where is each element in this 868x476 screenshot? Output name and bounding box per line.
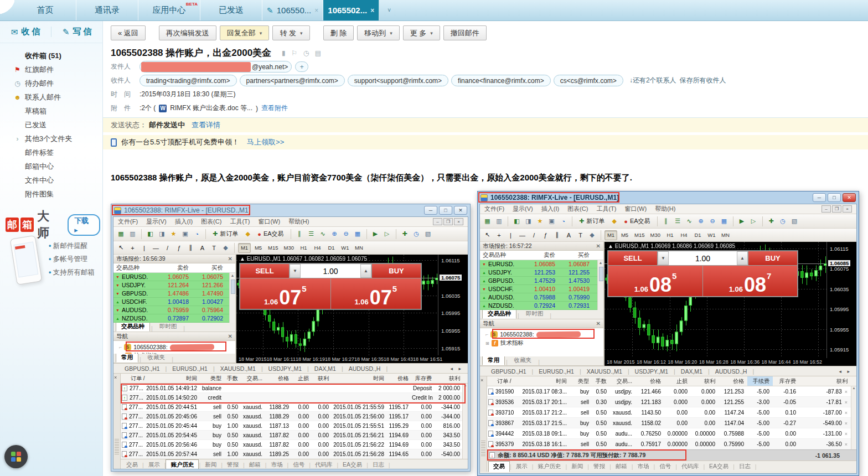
- view-detail-link[interactable]: 查看详情: [192, 120, 220, 130]
- order-row[interactable]: ↑277...2015.01.05 14:49:12balanceDeposit…: [121, 384, 468, 393]
- volume-stepper[interactable]: ▼1.00▲: [658, 251, 748, 265]
- styler-icon[interactable]: ◆: [242, 229, 253, 239]
- fibonacci-icon[interactable]: ƒ: [540, 230, 551, 240]
- close-position-icon[interactable]: ×: [845, 400, 848, 405]
- menu-item[interactable]: 文件(F): [118, 218, 138, 226]
- chart-tab[interactable]: DAX,M1: [309, 365, 342, 372]
- terminal-tab-邮箱[interactable]: 邮箱: [245, 460, 265, 470]
- terminal-tab-交易[interactable]: 交易: [122, 460, 142, 470]
- window-titlebar[interactable]: 1065502388: RIMFX-Live - [EURUSD.,M1]─□✕: [478, 192, 859, 204]
- order-row[interactable]: 3938672015.03.17 21:5...buy0.50xauusd.11…: [487, 418, 856, 428]
- order-row[interactable]: 3953792015.03.18 16:1...sell0.50audu...0…: [487, 439, 856, 449]
- sidebar-item-mail-center[interactable]: 邮箱中心: [0, 159, 102, 173]
- chart-shift-icon[interactable]: ▷: [382, 229, 392, 239]
- chart-tab[interactable]: USDJPY.,M1: [629, 368, 674, 375]
- floating-widget-button[interactable]: [4, 445, 28, 468]
- more-button[interactable]: 更 多▾: [403, 25, 440, 40]
- tab-current-mail[interactable]: 1065502...×: [323, 0, 379, 20]
- stepper-up-icon[interactable]: ▲: [737, 251, 748, 265]
- recipient-pill[interactable]: support<support@rimfx.com>: [348, 75, 448, 86]
- indicators-node[interactable]: ⊞f技术指标: [480, 339, 603, 348]
- sidebar-item-attachment-gallery[interactable]: 附件图集: [0, 187, 102, 201]
- sidebar-item-drafts[interactable]: 草稿箱: [0, 104, 102, 118]
- terminal-scrollbar[interactable]: ▲: [851, 386, 856, 449]
- menu-item[interactable]: 帮助(H): [288, 218, 309, 226]
- account-node[interactable]: ⌐$1065502388:: [113, 343, 235, 351]
- tab-symbols[interactable]: 交易品种: [482, 309, 516, 319]
- vertical-line-icon[interactable]: |: [505, 230, 516, 240]
- text-icon[interactable]: A: [564, 230, 574, 240]
- close-position-icon[interactable]: ×: [845, 421, 848, 426]
- compose-mail-button[interactable]: ✎写 信: [51, 27, 102, 37]
- minimize-button[interactable]: ─: [813, 193, 826, 202]
- timeframe-h4-button[interactable]: H4: [678, 230, 690, 240]
- terminal-tab-市场[interactable]: 市场: [266, 460, 287, 470]
- column-header[interactable]: 手数: [592, 377, 610, 385]
- column-header[interactable]: 时间: [517, 377, 570, 385]
- terminal-tab-代码库[interactable]: 代码库: [311, 460, 337, 470]
- data-window-icon[interactable]: ◨: [523, 216, 534, 226]
- trendline-icon[interactable]: /: [529, 230, 539, 240]
- chart-tab[interactable]: XAUUSD.,M1: [581, 368, 628, 375]
- terminal-icon[interactable]: ▣: [180, 229, 190, 239]
- move-to-button[interactable]: 移动到▾: [357, 25, 400, 40]
- sidebar-item-sent[interactable]: 已发送: [0, 118, 102, 132]
- indicators-node[interactable]: ⊞f技术指标: [113, 351, 235, 354]
- timeframe-m30-button[interactable]: M30: [648, 230, 662, 240]
- indicators-icon[interactable]: ✚: [766, 216, 777, 226]
- volume-stepper[interactable]: ▼1.00▲: [290, 264, 371, 278]
- close-icon[interactable]: ✕: [228, 256, 232, 262]
- templates-icon[interactable]: ▧: [423, 229, 433, 239]
- stepper-down-icon[interactable]: ▼: [658, 251, 669, 265]
- view-attachments-link[interactable]: 查看附件: [261, 104, 288, 113]
- market-watch-icon[interactable]: ◧: [512, 216, 522, 226]
- styler-icon[interactable]: ◆: [609, 216, 619, 226]
- timeframe-w1-button[interactable]: W1: [339, 243, 352, 253]
- column-header[interactable]: 库存费: [412, 375, 435, 382]
- menu-item[interactable]: 插入(I): [541, 205, 559, 213]
- tab-tick-chart[interactable]: 即时图: [520, 309, 549, 319]
- column-header[interactable]: 止损: [664, 377, 691, 385]
- nav-home[interactable]: 首页: [14, 0, 76, 20]
- stepper-down-icon[interactable]: ▼: [290, 264, 301, 278]
- menu-item[interactable]: 工具(T): [596, 205, 616, 213]
- terminal-tab-展示[interactable]: 展示: [512, 462, 532, 472]
- timeframe-m30-button[interactable]: M30: [281, 243, 296, 253]
- price-chart[interactable]: ▲ EURUSD.,M1 1.06067 1.06082 1.06059 1.0…: [236, 255, 468, 363]
- close-button[interactable]: ✕: [454, 206, 467, 215]
- terminal-tab-代码库[interactable]: 代码库: [677, 462, 704, 472]
- recipient-pill[interactable]: finance<finance@rimfx.com>: [451, 75, 551, 86]
- recipient-pill[interactable]: cs<cs@rimfx.com>: [554, 75, 623, 86]
- sidebar-item-other-folders[interactable]: ›其他3个文件夹: [0, 132, 102, 146]
- cursor-icon[interactable]: ↖: [116, 242, 126, 253]
- order-row[interactable]: 277...2015.01.05 20:57:44sell1.00xauusd.…: [121, 449, 468, 459]
- timeframe-h4-button[interactable]: H4: [311, 243, 324, 253]
- nav-app-center[interactable]: 应用中心BETA: [138, 0, 200, 20]
- terminal-tab-新闻[interactable]: 新闻: [200, 460, 221, 470]
- terminal-tab-EA交易[interactable]: EA交易: [705, 462, 733, 472]
- crosshair-icon[interactable]: +: [127, 242, 138, 253]
- column-header[interactable]: 库存费: [773, 377, 799, 385]
- label-icon[interactable]: T: [209, 242, 219, 253]
- back-button[interactable]: « 返回: [111, 25, 146, 40]
- column-header[interactable]: 手续费: [747, 376, 773, 386]
- market-watch-row[interactable]: ▲NZDUSD.0.729240.72931: [480, 302, 603, 310]
- chart-tab[interactable]: GBPUSD.,H1: [119, 365, 166, 372]
- menu-item[interactable]: 显示(V): [146, 218, 167, 226]
- new-chart-icon[interactable]: ▦: [116, 229, 126, 239]
- menu-item[interactable]: 图表(C): [567, 205, 588, 213]
- tab-list-dropdown[interactable]: ˅: [379, 0, 399, 20]
- menu-item[interactable]: 显示(V): [513, 205, 533, 213]
- tab-common[interactable]: 常用: [482, 355, 505, 365]
- chart-tab-scroll-icons[interactable]: ◂ ▸: [450, 366, 468, 371]
- navigator-icon[interactable]: ★: [168, 229, 179, 239]
- terminal-tab-信号[interactable]: 信号: [655, 462, 675, 472]
- sell-button[interactable]: SELL: [608, 251, 657, 265]
- column-header[interactable]: 获利: [435, 375, 463, 382]
- candlesticks-icon[interactable]: ☰: [306, 229, 317, 239]
- market-watch-row[interactable]: ▲NZDUSD.0.728970.72902: [113, 314, 235, 323]
- terminal-tab-日志[interactable]: 日志: [368, 460, 389, 470]
- scrollbar[interactable]: ▲: [229, 273, 235, 323]
- tab-favorites[interactable]: 收藏夹: [142, 353, 171, 363]
- market-watch-row[interactable]: ▲AUDUSD.0.759880.75990: [480, 293, 603, 302]
